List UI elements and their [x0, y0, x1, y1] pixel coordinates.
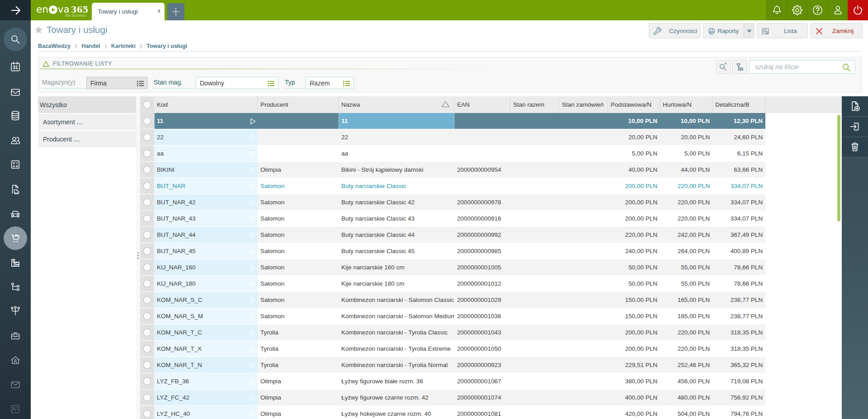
- breadcrumb-item-3[interactable]: Kartoteki: [111, 43, 136, 49]
- radio-button[interactable]: [143, 101, 151, 108]
- sidebar-item-calendar[interactable]: 31: [4, 55, 27, 79]
- table-row-aa[interactable]: aaaa5,00 PLN5,00 PLN6,15 PLN: [140, 146, 842, 162]
- sidebar-item-search[interactable]: [4, 28, 27, 51]
- radio-button[interactable]: [143, 182, 151, 190]
- expand-row-icon[interactable]: [249, 150, 256, 158]
- sidebar-item-home-user[interactable]: [4, 348, 27, 372]
- column-header-podstawowa[interactable]: Podstawowa/N: [608, 96, 660, 113]
- tree-item-producent[interactable]: Producent...: [38, 131, 136, 147]
- breadcrumb-item-4[interactable]: Towary i usługi: [146, 43, 187, 49]
- expand-row-icon[interactable]: [249, 264, 256, 272]
- user-button[interactable]: [827, 0, 848, 20]
- expand-row-icon[interactable]: [249, 313, 256, 320]
- tab-close-button[interactable]: x: [158, 7, 161, 14]
- typ-select[interactable]: Razem: [306, 77, 354, 89]
- radio-button[interactable]: [143, 394, 151, 401]
- radio-button[interactable]: [143, 117, 151, 125]
- table-row-BUT_NAR[interactable]: BUT_NARSalomonButy narciarskie Classic20…: [140, 178, 842, 194]
- sidebar-item-factory[interactable]: [4, 251, 27, 274]
- radio-button[interactable]: [143, 361, 151, 369]
- sidebar-item-calculator[interactable]: [4, 153, 27, 176]
- sidebar-item-car[interactable]: [4, 202, 27, 226]
- new-document-button[interactable]: [842, 96, 868, 117]
- column-header-producent[interactable]: Producent: [258, 96, 339, 113]
- table-row-LYZ_FC_42[interactable]: LYZ_FC_42OlimpiaŁyżwy figurowe czarne ro…: [140, 390, 842, 406]
- table-row-BUT_NAR_44[interactable]: BUT_NAR_44SalomonButy narciarskie Classi…: [140, 227, 842, 243]
- radio-button[interactable]: [143, 312, 151, 320]
- radio-button[interactable]: [143, 133, 151, 141]
- table-row-KOM_NAR_T_C[interactable]: KOM_NAR_T_CTyroliaKombinezon narciarski …: [140, 325, 842, 341]
- raporty-dropdown-button[interactable]: [744, 24, 754, 38]
- gear-button[interactable]: [787, 0, 807, 20]
- sidebar-item-hierarchy[interactable]: [4, 299, 27, 323]
- raporty-button[interactable]: Raporty: [703, 23, 755, 38]
- table-row-BUT_NAR_45[interactable]: BUT_NAR_45SalomonButy narciarskie Classi…: [140, 243, 842, 259]
- table-row-BIKINI[interactable]: BIKINIOlimpiaBikini - Strój kąpielowy da…: [140, 162, 842, 178]
- radio-button[interactable]: [143, 280, 151, 287]
- expand-row-icon[interactable]: [249, 134, 256, 141]
- radio-button[interactable]: [143, 377, 151, 385]
- lista-button[interactable]: Lista: [757, 23, 808, 38]
- sidebar-item-inbox[interactable]: [4, 80, 27, 104]
- sidebar-item-cart[interactable]: [4, 226, 27, 250]
- expand-row-icon[interactable]: [249, 118, 256, 125]
- open-record-button[interactable]: [842, 117, 868, 137]
- table-row-LYZ_HC_40[interactable]: LYZ_HC_40OlimpiaŁyżwy hokejowe czarne ro…: [140, 406, 842, 419]
- power-button[interactable]: [848, 0, 868, 20]
- expand-row-icon[interactable]: [249, 362, 256, 369]
- expand-row-icon[interactable]: [249, 199, 256, 207]
- radio-button[interactable]: [143, 150, 151, 157]
- magazyny-select[interactable]: Firma: [86, 77, 148, 89]
- czynnosci-button[interactable]: Czynności: [649, 23, 701, 38]
- radio-button[interactable]: [143, 198, 151, 206]
- filter-title-row[interactable]: FILTROWANIE LISTY: [42, 60, 112, 67]
- breadcrumb-item-1[interactable]: BazaWiedzy: [38, 43, 71, 49]
- radio-button[interactable]: [143, 215, 151, 222]
- expand-row-icon[interactable]: [249, 394, 256, 402]
- sidebar-toggle-button[interactable]: [0, 0, 31, 20]
- column-header-hurtowa[interactable]: Hurtowa/N: [660, 96, 712, 113]
- zamknij-button[interactable]: Zamknij: [811, 23, 863, 38]
- tree-item-asortyment[interactable]: Asortyment...: [38, 114, 136, 130]
- radio-button[interactable]: [143, 410, 151, 418]
- search-icon-green[interactable]: [842, 63, 852, 73]
- radio-button[interactable]: [143, 264, 151, 271]
- table-row-KOM_NAR_T_X[interactable]: KOM_NAR_T_XTyroliaKombinezon narciarski …: [140, 341, 842, 357]
- sidebar-item-briefcase[interactable]: [4, 324, 27, 347]
- table-row-BUT_NAR_42[interactable]: BUT_NAR_42SalomonButy narciarskie Classi…: [140, 194, 842, 211]
- search-input[interactable]: [755, 61, 839, 73]
- filter-columns-button[interactable]: [732, 60, 747, 74]
- expand-row-icon[interactable]: [249, 166, 256, 174]
- column-header-stan_razem[interactable]: Stan razem: [510, 96, 559, 113]
- expand-row-icon[interactable]: [249, 410, 256, 418]
- breadcrumb-item-2[interactable]: Handel: [81, 43, 100, 49]
- radio-button[interactable]: [143, 329, 151, 336]
- sidebar-item-workflow[interactable]: [4, 275, 27, 299]
- expand-row-icon[interactable]: [249, 248, 256, 255]
- column-header-ean[interactable]: EAN: [454, 96, 510, 113]
- expand-row-icon[interactable]: [249, 215, 256, 223]
- delete-button[interactable]: [842, 137, 868, 157]
- star-icon[interactable]: [34, 26, 43, 34]
- tab-towary-i-uslugi[interactable]: Towary i usługi x: [92, 3, 165, 20]
- table-row-11[interactable]: 111110,00 PLN10,00 PLN12,30 PLN: [140, 113, 842, 129]
- radio-button[interactable]: [143, 247, 151, 255]
- panel-splitter[interactable]: [136, 96, 140, 419]
- table-row-BUT_NAR_43[interactable]: BUT_NAR_43SalomonButy narciarskie Classi…: [140, 211, 842, 227]
- expand-row-icon[interactable]: [249, 345, 256, 353]
- table-row-KOM_NAR_S_M[interactable]: KOM_NAR_S_MSalomonKombinezon narciarski …: [140, 308, 842, 325]
- help-button[interactable]: [807, 0, 827, 20]
- column-header-kod[interactable]: Kod: [154, 96, 258, 113]
- sidebar-item-people[interactable]: [4, 128, 27, 152]
- table-row-LYZ_FB_36[interactable]: LYZ_FB_36OlimpiaŁyżwy figurowe białe roz…: [140, 373, 842, 390]
- radio-button[interactable]: [143, 296, 151, 304]
- column-header-detaliczna[interactable]: Detaliczna/B: [712, 96, 765, 113]
- sidebar-item-mail[interactable]: [4, 373, 27, 396]
- radio-button[interactable]: [143, 166, 151, 174]
- sidebar-item-database[interactable]: [4, 104, 27, 127]
- sidebar-item-delivery-doc[interactable]: [4, 178, 27, 201]
- new-tab-button[interactable]: [167, 3, 184, 20]
- table-row-KIJ_NAR_180[interactable]: KIJ_NAR_180SalomonKije narciarskie 180 c…: [140, 276, 842, 292]
- table-row-KIJ_NAR_160[interactable]: KIJ_NAR_160SalomonKije narciarskie 160 c…: [140, 259, 842, 276]
- expand-row-icon[interactable]: [249, 297, 256, 304]
